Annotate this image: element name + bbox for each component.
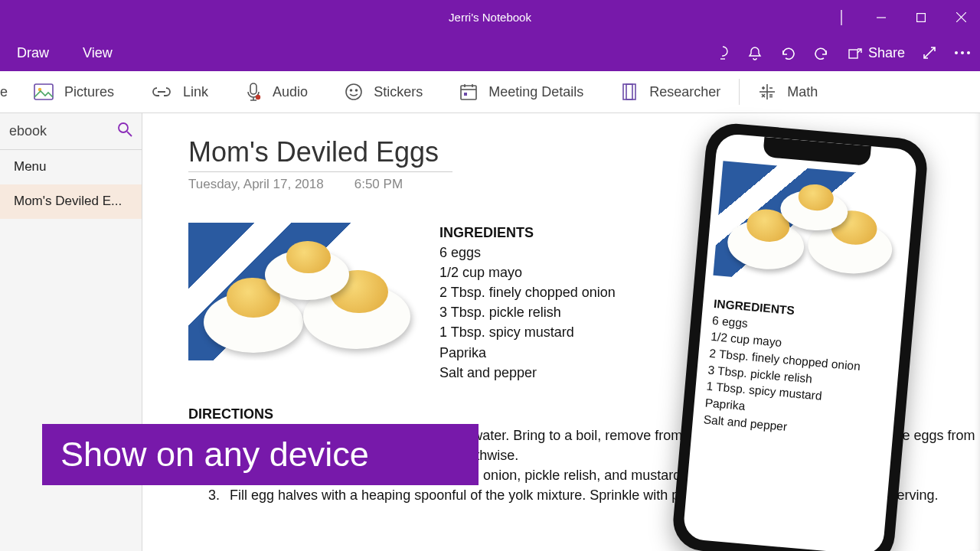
phone-text: INGREDIENTS 6 eggs 1/2 cup mayo 2 Tbsp. … [692, 275, 905, 445]
ingredients-header: INGREDIENTS [439, 223, 616, 243]
svg-rect-6 [849, 50, 858, 58]
redo-button[interactable] [813, 45, 830, 60]
ribbon-pictures[interactable]: Pictures [15, 83, 132, 100]
undo-button[interactable] [779, 45, 796, 60]
sidebar: ebook Menu Mom's Deviled E... [0, 113, 142, 551]
tab-handle[interactable] [822, 0, 861, 34]
meeting-icon [459, 83, 478, 101]
tab-view[interactable]: View [66, 34, 129, 71]
svg-line-34 [127, 132, 132, 136]
ingredient-line: 1/2 cup mayo [439, 262, 616, 282]
phone-mockup: INGREDIENTS 6 eggs 1/2 cup mayo 2 Tbsp. … [671, 121, 929, 551]
notifications-icon[interactable] [747, 45, 763, 60]
ribbon-audio[interactable]: Audio [227, 82, 326, 102]
promo-banner: Show on any device [42, 424, 479, 485]
scrollbar[interactable] [969, 113, 980, 551]
link-icon [151, 85, 172, 99]
svg-rect-10 [34, 84, 53, 99]
ribbon-stickers[interactable]: Stickers [326, 83, 441, 101]
page-date: Tuesday, April 17, 2018 [188, 177, 324, 192]
sidebar-header[interactable]: ebook [0, 113, 142, 150]
search-icon[interactable] [117, 122, 132, 141]
sidebar-page-menu[interactable]: Menu [0, 150, 142, 184]
close-button[interactable] [942, 0, 980, 34]
ingredient-line: Salt and pepper [439, 363, 616, 383]
page-time: 6:50 PM [354, 177, 403, 192]
svg-point-7 [955, 51, 958, 54]
menubar: Draw View Share [0, 34, 980, 71]
ingredient-line: 3 Tbsp. pickle relish [439, 302, 616, 322]
ingredient-line: 6 eggs [439, 243, 616, 262]
svg-rect-17 [461, 86, 476, 99]
window-controls [822, 0, 980, 34]
stickers-icon [345, 83, 363, 101]
phone-screen: INGREDIENTS 6 eggs 1/2 cup mayo 2 Tbsp. … [682, 133, 917, 551]
researcher-icon [620, 83, 639, 101]
ribbon-researcher[interactable]: Researcher [602, 83, 739, 101]
ingredients-block[interactable]: INGREDIENTS 6 eggs 1/2 cup mayo 2 Tbsp. … [439, 223, 616, 383]
svg-point-14 [346, 84, 361, 99]
audio-icon [245, 82, 262, 102]
ribbon-link[interactable]: Link [132, 84, 227, 100]
ingredient-line: Paprika [439, 343, 616, 363]
math-icon [758, 83, 776, 101]
svg-point-33 [119, 123, 128, 132]
svg-rect-12 [250, 83, 256, 94]
ingredient-line: 2 Tbsp. finely chopped onion [439, 282, 616, 302]
minimize-button[interactable] [862, 0, 900, 34]
svg-point-16 [356, 90, 358, 91]
pictures-icon [34, 83, 54, 100]
svg-rect-21 [464, 93, 467, 96]
ribbon-table[interactable]: e [0, 84, 15, 100]
ribbon-math[interactable]: Math [740, 83, 836, 101]
recipe-image[interactable] [188, 223, 420, 360]
share-button[interactable]: Share [847, 45, 905, 61]
phone-notch [763, 137, 871, 166]
svg-point-15 [351, 90, 352, 91]
phone-image [713, 161, 910, 292]
svg-rect-2 [917, 13, 926, 21]
notebook-label: ebook [9, 123, 47, 139]
title-underline [188, 171, 452, 172]
svg-point-8 [961, 51, 964, 54]
svg-rect-23 [626, 84, 635, 99]
ingredient-line: 1 Tbsp. spicy mustard [439, 322, 616, 342]
ribbon: e Pictures Link Audio Stickers Meeting D… [0, 71, 980, 113]
ribbon-meeting[interactable]: Meeting Details [441, 83, 602, 101]
tell-me-icon[interactable] [715, 45, 730, 60]
tab-draw[interactable]: Draw [0, 34, 66, 71]
maximize-button[interactable] [902, 0, 940, 34]
app-title: Jerri's Notebook [449, 11, 531, 24]
more-button[interactable] [954, 51, 971, 55]
svg-point-13 [256, 95, 260, 99]
svg-point-9 [967, 51, 970, 54]
fullscreen-button[interactable] [922, 45, 937, 60]
svg-rect-22 [623, 84, 632, 99]
sidebar-page-deviled-eggs[interactable]: Mom's Deviled E... [0, 184, 142, 219]
titlebar: Jerri's Notebook [0, 0, 980, 34]
